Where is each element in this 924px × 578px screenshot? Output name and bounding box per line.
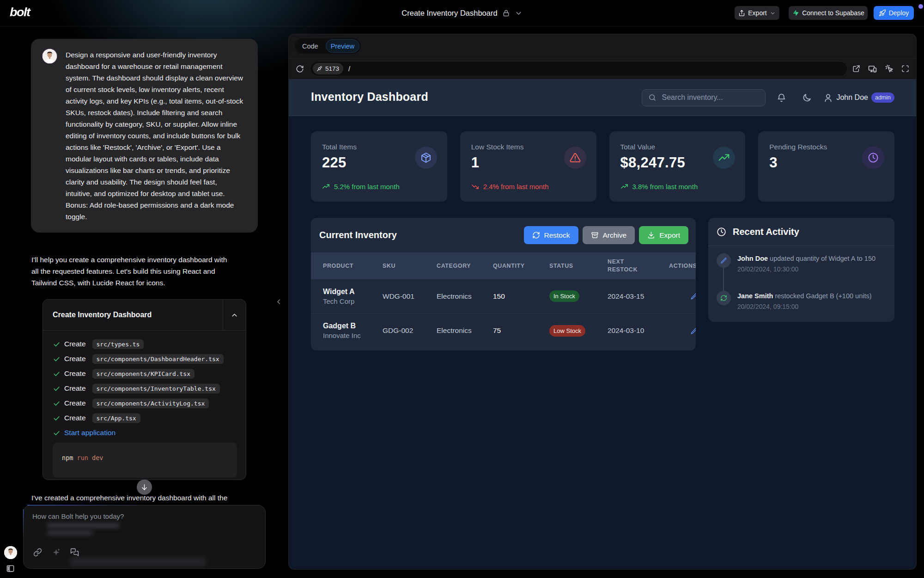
message-row: Design a responsive and user-friendly in… bbox=[43, 49, 244, 222]
column-category: CATEGORY bbox=[437, 252, 493, 279]
quantity-cell[interactable]: 75 bbox=[493, 314, 549, 348]
sparkles-icon[interactable] bbox=[52, 548, 61, 557]
check-icon bbox=[53, 340, 61, 348]
edit-row-button[interactable] bbox=[690, 292, 696, 300]
sku-cell: GDG-002 bbox=[383, 314, 437, 348]
reload-button[interactable] bbox=[294, 63, 305, 74]
user-menu[interactable]: John Doe admin bbox=[823, 92, 894, 103]
dashboard-title: Inventory Dashboard bbox=[311, 90, 428, 104]
toggle-sidebar-button[interactable] bbox=[6, 564, 15, 573]
table-row: Gadget B Innovate Inc GDG-002 Electronic… bbox=[311, 314, 696, 348]
kpi-cards: Total Items 225 5.2% from last month Low… bbox=[311, 131, 894, 202]
step-file[interactable]: src/components/ActivityLog.tsx bbox=[92, 399, 209, 408]
step-file[interactable]: src/components/InventoryTable.tsx bbox=[92, 384, 220, 394]
status-badge: Low Stock bbox=[549, 325, 585, 337]
view-mode-tabs: Code Preview bbox=[295, 38, 361, 54]
assistant-followup-text: I've created a comprehensive inventory d… bbox=[31, 492, 268, 504]
toggle-inspector-button[interactable] bbox=[885, 64, 894, 73]
table-row: Widget A Tech Corp WDG-001 Electronics 1… bbox=[311, 279, 696, 314]
restock-label: Restock bbox=[544, 231, 570, 240]
archive-button[interactable]: Archive bbox=[583, 226, 635, 244]
table-header-row: PRODUCT SKU CATEGORY QUANTITY STATUS NEX… bbox=[311, 252, 696, 279]
search-icon bbox=[648, 93, 657, 102]
step-action: Create bbox=[64, 384, 86, 393]
collapse-chat-handle[interactable] bbox=[275, 298, 282, 305]
kpi-total-items: Total Items 225 5.2% from last month bbox=[311, 131, 447, 202]
blurred-text bbox=[47, 523, 120, 528]
start-application-link[interactable]: Start application bbox=[64, 429, 116, 437]
kpi-total-value: Total Value $8,247.75 3.8% from last mon… bbox=[609, 131, 746, 202]
corner-controls bbox=[0, 533, 22, 578]
quantity-cell[interactable]: 150 bbox=[493, 279, 549, 314]
pencil-icon bbox=[690, 292, 696, 300]
step-file[interactable]: src/App.tsx bbox=[92, 413, 140, 423]
search-placeholder: Search inventory... bbox=[662, 93, 723, 102]
recent-activity-card: Recent Activity John Doe updated quantit… bbox=[708, 218, 894, 322]
dark-mode-toggle[interactable] bbox=[802, 93, 812, 103]
trending-up-icon bbox=[718, 152, 730, 164]
url-input[interactable]: 5173 / bbox=[310, 61, 848, 76]
devices-icon bbox=[868, 64, 877, 73]
chat-input[interactable]: How can Bolt help you today? bbox=[23, 505, 266, 569]
open-external-button[interactable] bbox=[852, 65, 860, 73]
preview-toolbar-actions bbox=[852, 64, 911, 73]
export-csv-button[interactable]: Export bbox=[639, 226, 688, 244]
kpi-low-stock: Low Stock Items 1 2.4% from last month bbox=[460, 131, 596, 202]
bulk-action-buttons: Restock Archive Export bbox=[524, 226, 689, 244]
workflow-collapse-button[interactable] bbox=[223, 300, 246, 330]
chat-mode-icon[interactable] bbox=[70, 548, 79, 557]
kpi-trend-text: 5.2% from last month bbox=[334, 183, 400, 191]
profile-avatar[interactable] bbox=[4, 546, 17, 559]
fullscreen-button[interactable] bbox=[901, 65, 909, 73]
connect-supabase-button[interactable]: Connect to Supabase bbox=[789, 6, 868, 20]
workflow-step: Create src/components/DashboardHeader.ts… bbox=[53, 351, 236, 366]
terminal-command: npm run dev bbox=[53, 443, 237, 478]
kpi-trend-row: 3.8% from last month bbox=[620, 183, 698, 191]
step-file[interactable]: src/components/KPICard.tsx bbox=[92, 369, 195, 379]
check-icon bbox=[53, 370, 61, 378]
attach-link-icon[interactable] bbox=[33, 548, 42, 557]
kpi-pending-restocks: Pending Restocks 3 bbox=[758, 131, 894, 202]
chevron-down-icon[interactable] bbox=[515, 9, 523, 17]
refresh-icon bbox=[532, 231, 540, 239]
assistant-intro-text: I'll help you create a comprehensive inv… bbox=[31, 254, 230, 289]
product-name: Widget A bbox=[323, 288, 383, 296]
reload-icon bbox=[296, 65, 304, 73]
inventory-search-input[interactable]: Search inventory... bbox=[642, 89, 766, 106]
fullscreen-icon bbox=[901, 65, 909, 73]
tab-preview[interactable]: Preview bbox=[326, 39, 360, 53]
export-label: Export bbox=[659, 231, 680, 240]
edit-row-button[interactable] bbox=[690, 327, 696, 335]
current-inventory-card: Current Inventory Restock Archive Export bbox=[311, 218, 696, 350]
activity-timeline: John Doe updated quantity of Widget A to… bbox=[708, 246, 894, 310]
inventory-card-header: Current Inventory Restock Archive Export bbox=[311, 218, 696, 252]
step-file[interactable]: src/types.ts bbox=[92, 339, 144, 349]
panel-left-icon bbox=[6, 564, 15, 573]
pencil-icon bbox=[720, 257, 727, 264]
product-name: Gadget B bbox=[323, 322, 383, 330]
step-file[interactable]: src/components/DashboardHeader.tsx bbox=[92, 354, 224, 364]
step-action: Create bbox=[64, 355, 86, 363]
kpi-value: 225 bbox=[322, 154, 346, 171]
activity-card-header: Recent Activity bbox=[708, 218, 894, 246]
column-status: STATUS bbox=[549, 252, 608, 279]
step-action: Create bbox=[64, 399, 86, 407]
export-button[interactable]: Export bbox=[735, 6, 779, 20]
activity-user: Jane Smith bbox=[737, 292, 773, 300]
refresh-icon bbox=[720, 295, 727, 301]
chevron-down-icon bbox=[770, 10, 776, 16]
restock-button[interactable]: Restock bbox=[524, 226, 578, 244]
activity-title: Recent Activity bbox=[733, 227, 799, 237]
port-badge[interactable]: 5173 bbox=[313, 63, 343, 74]
lock-icon bbox=[502, 9, 510, 17]
clock-icon bbox=[717, 227, 726, 237]
activity-time: 20/02/2024, 10:30:00 bbox=[737, 265, 875, 273]
workflow-steps: Create src/types.ts Create src/component… bbox=[43, 330, 246, 480]
port-icon bbox=[316, 65, 323, 72]
notifications-button[interactable] bbox=[777, 93, 786, 103]
responsive-preview-button[interactable] bbox=[868, 64, 877, 73]
tab-code[interactable]: Code bbox=[296, 38, 324, 54]
category-cell: Electronics bbox=[437, 314, 493, 348]
deploy-button[interactable]: Deploy bbox=[874, 6, 914, 20]
blurred-text bbox=[47, 530, 93, 535]
